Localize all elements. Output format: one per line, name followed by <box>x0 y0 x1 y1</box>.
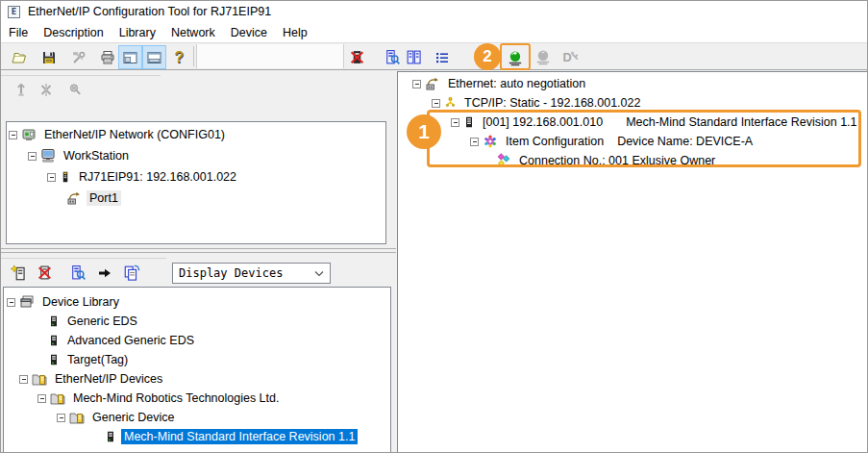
upload-connection-button[interactable] <box>9 78 33 102</box>
tree-row-generic-eds[interactable]: Generic EDS <box>4 312 390 331</box>
go-online-button[interactable] <box>503 46 527 70</box>
verify-connection-button[interactable] <box>62 78 87 102</box>
tree-row-network[interactable]: EtherNet/IP Network (CONFIG01) <box>7 124 385 145</box>
remove-device-button[interactable] <box>33 261 57 285</box>
tree-label[interactable]: Advanced Generic EDS <box>64 333 197 348</box>
port-icon <box>66 190 82 206</box>
eds-device-icon <box>105 429 116 444</box>
device-name[interactable]: Mech-Mind Standard Interface Revision 1.… <box>623 114 859 130</box>
library-device-properties-button[interactable] <box>65 261 89 285</box>
insert-device-icon <box>97 265 112 281</box>
tree-row-tcpip[interactable]: TCP/IP: Static - 192.168.001.022 <box>398 93 868 113</box>
tree-label[interactable]: Generic Device <box>89 410 177 425</box>
delete-connection-button[interactable] <box>34 78 58 102</box>
connection-label[interactable]: Connection No.: 001 Exlusive Owner <box>516 153 718 168</box>
view-library-pane-button[interactable] <box>142 45 166 69</box>
device-folder-icon <box>69 410 85 425</box>
item-config-gear-icon <box>483 134 498 149</box>
workstation-icon <box>40 148 56 164</box>
go-offline-button[interactable] <box>531 45 555 69</box>
display-filter-select[interactable]: Display Devices <box>172 263 331 284</box>
tree-label[interactable]: WorkStation <box>61 148 132 164</box>
duplicate-device-button[interactable] <box>119 261 143 285</box>
print-button[interactable] <box>95 45 119 69</box>
tree-label[interactable]: Mech-Mind Robotics Technologies Ltd. <box>70 390 282 406</box>
tree-row-connection[interactable]: Connection No.: 001 Exlusive Owner <box>398 151 868 170</box>
expand-minus-box[interactable] <box>9 131 17 139</box>
tree-row-ethernet[interactable]: Ethernet: auto negotiation <box>398 74 868 93</box>
insert-device-button[interactable] <box>92 261 116 285</box>
expand-minus-box[interactable] <box>47 173 56 182</box>
menu-file[interactable]: File <box>1 22 36 43</box>
tree-row-mech-mind-standard-interface[interactable]: Mech-Mind Standard Interface Revision 1.… <box>4 427 390 446</box>
view-layout-left-icon <box>122 50 138 65</box>
expand-minus-box[interactable] <box>37 394 46 403</box>
diagnostics-button[interactable]: D <box>558 45 583 69</box>
library-toolbar: Display Devices <box>1 261 395 286</box>
expand-minus-box[interactable] <box>28 152 37 161</box>
tree-row-target-tag[interactable]: Target(Tag) <box>4 350 390 369</box>
tree-label[interactable]: Port1 <box>87 190 121 206</box>
toolbar-blank-field <box>196 44 344 68</box>
duplicate-device-icon <box>123 264 140 282</box>
title-bar: E EtherNet/IP Configuration Tool for RJ7… <box>1 1 867 22</box>
add-device-icon <box>11 264 28 282</box>
tree-label-selected[interactable]: Mech-Mind Standard Interface Revision 1.… <box>121 429 358 444</box>
options-button[interactable] <box>66 45 90 69</box>
expand-minus-box[interactable] <box>7 298 15 307</box>
expand-minus-box[interactable] <box>432 99 440 108</box>
expand-minus-box[interactable] <box>19 375 28 384</box>
tree-label[interactable]: EtherNet/IP Network (CONFIG01) <box>41 127 228 142</box>
item-configuration-label[interactable]: Item Configuration <box>503 134 607 149</box>
upload-connection-icon <box>13 82 29 98</box>
delete-device-icon <box>349 49 365 65</box>
ethernet-port-icon <box>425 76 440 91</box>
expand-minus-box[interactable] <box>412 80 421 88</box>
menu-network[interactable]: Network <box>163 22 223 43</box>
tree-row-port1[interactable]: Port1 <box>7 188 385 209</box>
tree-row-mech-mind-vendor[interactable]: Mech-Mind Robotics Technologies Ltd. <box>4 389 390 408</box>
menu-description[interactable]: Description <box>36 22 112 43</box>
tree-row-advanced-generic-eds[interactable]: Advanced Generic EDS <box>4 331 390 350</box>
expand-minus-box[interactable] <box>57 414 65 422</box>
tree-row-device-library[interactable]: Device Library <box>4 292 390 312</box>
device-properties-icon <box>384 49 400 65</box>
device-compare-button[interactable] <box>402 45 426 69</box>
tree-row-rj71eip91[interactable]: RJ71EIP91: 192.168.001.022 <box>7 166 385 188</box>
eds-device-icon <box>48 352 60 367</box>
save-button[interactable] <box>37 45 61 69</box>
menu-library[interactable]: Library <box>112 22 163 43</box>
device-properties-button[interactable] <box>380 45 404 69</box>
panel-splitter[interactable] <box>1 252 396 253</box>
expand-minus-box[interactable] <box>451 118 459 127</box>
tree-label[interactable]: Ethernet: auto negotiation <box>445 76 588 91</box>
tree-label[interactable]: TCP/IP: Static - 192.168.001.022 <box>461 95 643 111</box>
tree-label[interactable]: EtherNet/IP Devices <box>52 371 165 387</box>
tree-row-generic-device[interactable]: Generic Device <box>4 408 390 427</box>
view-network-pane-button[interactable] <box>118 45 142 69</box>
tree-row-device-001[interactable]: [001] 192.168.001.010 Mech-Mind Standard… <box>398 113 868 132</box>
device-folder-icon <box>50 390 65 406</box>
tree-label[interactable]: RJ71EIP91: 192.168.001.022 <box>76 169 239 185</box>
tree-row-workstation[interactable]: WorkStation <box>7 145 385 166</box>
svg-text:D: D <box>562 50 571 64</box>
device-address[interactable]: [001] 192.168.001.010 <box>480 114 606 130</box>
device-properties-icon <box>69 264 86 281</box>
menu-device[interactable]: Device <box>223 22 275 43</box>
tree-label[interactable]: Device Library <box>39 294 122 310</box>
delete-device-button[interactable] <box>345 45 369 69</box>
device-name-detail[interactable]: Device Name: DEVICE-A <box>614 134 756 149</box>
go-online-icon <box>507 50 524 67</box>
parameter-list-button[interactable] <box>430 45 454 69</box>
open-button[interactable] <box>7 45 31 69</box>
panel-splitter[interactable] <box>1 248 396 249</box>
add-device-button[interactable] <box>7 261 31 285</box>
expand-minus-box[interactable] <box>470 138 479 146</box>
tree-row-ethernetip-devices[interactable]: EtherNet/IP Devices <box>4 369 390 389</box>
app-window: { "window": { "title": "EtherNet/IP Conf… <box>0 0 868 453</box>
tree-label[interactable]: Target(Tag) <box>64 352 131 367</box>
help-button[interactable]: ? <box>167 45 191 69</box>
tree-label[interactable]: Generic EDS <box>64 314 140 329</box>
tree-row-item-configuration[interactable]: Item Configuration Device Name: DEVICE-A <box>398 132 868 151</box>
menu-help[interactable]: Help <box>275 22 315 43</box>
